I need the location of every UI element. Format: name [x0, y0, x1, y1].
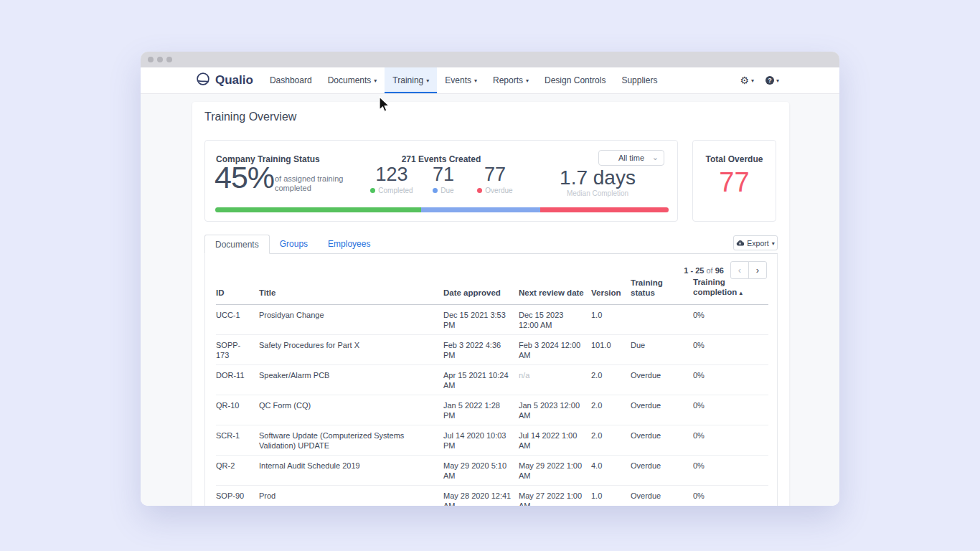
- nav-item-training[interactable]: Training ▾: [385, 67, 437, 93]
- settings-menu-button[interactable]: ⚙ ▾: [740, 75, 754, 85]
- cell-completion: 0%: [693, 310, 768, 320]
- total-overdue-card: Total Overdue 77: [692, 140, 776, 222]
- cell-approved: Feb 3 2022 4:36 PM: [443, 340, 519, 360]
- cell-completion: 0%: [693, 400, 768, 410]
- cell-id: SCR-1: [216, 430, 259, 441]
- stat-label: Completed: [366, 187, 418, 194]
- cell-title: QC Form (CQ): [259, 400, 443, 410]
- stat-label: Due: [418, 187, 469, 194]
- column-header-id[interactable]: ID: [216, 288, 259, 298]
- qualio-logo-icon: [195, 71, 211, 90]
- cell-version: 4.0: [591, 461, 631, 471]
- table-row[interactable]: QR-10QC Form (CQ)Jan 5 2022 1:28 PMJan 5…: [216, 395, 768, 425]
- stat-label: Overdue: [469, 187, 521, 194]
- cell-next_review: Feb 3 2024 12:00 AM: [519, 340, 591, 360]
- median-label: Median Completion: [544, 189, 651, 197]
- table-row[interactable]: SOP-90ProdMay 28 2020 12:41 AMMay 27 202…: [216, 486, 768, 506]
- column-header-title[interactable]: Title: [259, 288, 443, 298]
- nav-label: Design Controls: [545, 75, 606, 85]
- table-row[interactable]: SCR-1Software Update (Computerized Syste…: [216, 425, 768, 456]
- cell-approved: May 29 2020 5:10 AM: [443, 461, 519, 481]
- caret-down-icon: ▾: [474, 77, 477, 84]
- cell-status: Overdue: [631, 461, 693, 471]
- help-menu-button[interactable]: ? ▾: [765, 76, 779, 85]
- window-control-dot[interactable]: [157, 57, 163, 62]
- column-header-date-approved[interactable]: Date approved: [443, 288, 519, 298]
- cell-next_review: May 27 2022 1:00 AM: [519, 491, 591, 506]
- stat-overdue: 77 Overdue: [469, 164, 521, 194]
- cell-approved: May 28 2020 12:41 AM: [443, 491, 519, 506]
- window-titlebar: [141, 52, 839, 67]
- qualio-logo[interactable]: Qualio: [195, 67, 253, 93]
- tab-employees[interactable]: Employees: [318, 235, 380, 253]
- cell-id: DOR-11: [216, 370, 259, 380]
- tab-documents[interactable]: Documents: [204, 235, 270, 254]
- window-control-dot[interactable]: [148, 57, 154, 62]
- cell-status: Overdue: [631, 370, 693, 380]
- column-header-label: Training completion: [693, 278, 737, 296]
- export-button[interactable]: Export ▾: [733, 235, 778, 250]
- nav-item-dashboard[interactable]: Dashboard: [262, 67, 320, 93]
- cell-version: 101.0: [591, 340, 631, 350]
- time-range-select[interactable]: All time ⌄: [598, 150, 664, 166]
- time-range-value: All time: [618, 154, 644, 162]
- completed-dot-icon: [370, 188, 375, 193]
- nav-item-events[interactable]: Events ▾: [437, 67, 485, 93]
- table-row[interactable]: SOPP-173Safety Procedures for Part XFeb …: [216, 335, 768, 365]
- cell-title: Speaker/Alarm PCB: [259, 370, 443, 380]
- median-completion: 1.7 days Median Completion: [544, 167, 651, 197]
- sort-ascending-icon: ▴: [740, 289, 743, 296]
- cell-next_review: n/a: [519, 370, 591, 380]
- nav-label: Events: [445, 75, 471, 85]
- cell-title: Prod: [259, 491, 443, 501]
- tab-label: Groups: [280, 239, 308, 249]
- stat-value: 71: [418, 164, 469, 185]
- column-header-training-status[interactable]: Training status: [631, 278, 693, 298]
- cell-completion: 0%: [693, 491, 768, 501]
- tab-groups[interactable]: Groups: [270, 235, 318, 253]
- column-header-version[interactable]: Version: [591, 288, 631, 298]
- cell-status: Overdue: [631, 400, 693, 410]
- table-row[interactable]: UCC-1Prosidyan ChangeDec 15 2021 3:53 PM…: [216, 305, 768, 335]
- cell-status: Due: [631, 340, 693, 350]
- nav-item-suppliers[interactable]: Suppliers: [613, 67, 665, 93]
- cell-id: SOPP-173: [216, 340, 259, 360]
- cell-completion: 0%: [693, 340, 768, 350]
- cell-version: 2.0: [591, 400, 631, 410]
- nav-label: Training: [392, 75, 423, 85]
- help-icon: ?: [765, 76, 774, 85]
- overdue-card-title: Total Overdue: [693, 154, 776, 164]
- overdue-dot-icon: [477, 188, 482, 193]
- nav-label: Documents: [328, 75, 372, 85]
- column-header-next-review[interactable]: Next review date: [519, 288, 591, 298]
- cell-approved: Jul 14 2020 10:03 PM: [443, 430, 519, 451]
- table-row[interactable]: DOR-11Speaker/Alarm PCBApr 15 2021 10:24…: [216, 365, 768, 395]
- nav-item-design-controls[interactable]: Design Controls: [537, 67, 613, 93]
- page-content: Training Overview Company Training Statu…: [141, 94, 839, 506]
- cell-next_review: Jul 14 2022 1:00 AM: [519, 430, 591, 451]
- cell-approved: Dec 15 2021 3:53 PM: [443, 310, 519, 330]
- cell-version: 1.0: [591, 310, 631, 320]
- caret-down-icon: ▾: [776, 77, 779, 84]
- cell-title: Safety Procedures for Part X: [259, 340, 443, 350]
- nav-item-documents[interactable]: Documents ▾: [320, 67, 385, 93]
- column-header-training-completion[interactable]: Training completion ▴: [693, 277, 768, 298]
- table-row[interactable]: QR-2Internal Audit Schedule 2019May 29 2…: [216, 456, 768, 486]
- cell-title: Internal Audit Schedule 2019: [259, 461, 443, 471]
- desktop-background: Qualio Dashboard Documents ▾ Training ▾ …: [0, 0, 980, 551]
- table-header-row: ID Title Date approved Next review date …: [216, 273, 768, 305]
- stat-completed: 123 Completed: [366, 164, 418, 194]
- cell-id: QR-10: [216, 400, 259, 410]
- chevron-down-icon: ⌄: [652, 153, 659, 162]
- window-control-dot[interactable]: [166, 57, 172, 62]
- company-training-status-card: Company Training Status 45% of assigned …: [204, 140, 678, 222]
- cell-version: 1.0: [591, 491, 631, 501]
- nav-item-reports[interactable]: Reports ▾: [485, 67, 537, 93]
- caret-down-icon: ▾: [751, 77, 754, 84]
- nav-label: Reports: [493, 75, 523, 85]
- documents-tab-panel: 1 - 25 of 96 ‹ ›: [204, 254, 778, 506]
- tab-label: Employees: [328, 239, 370, 249]
- overdue-card-value: 77: [693, 168, 776, 197]
- events-stats: 123 Completed 71 Due: [366, 164, 521, 194]
- stat-label-text: Overdue: [485, 187, 512, 194]
